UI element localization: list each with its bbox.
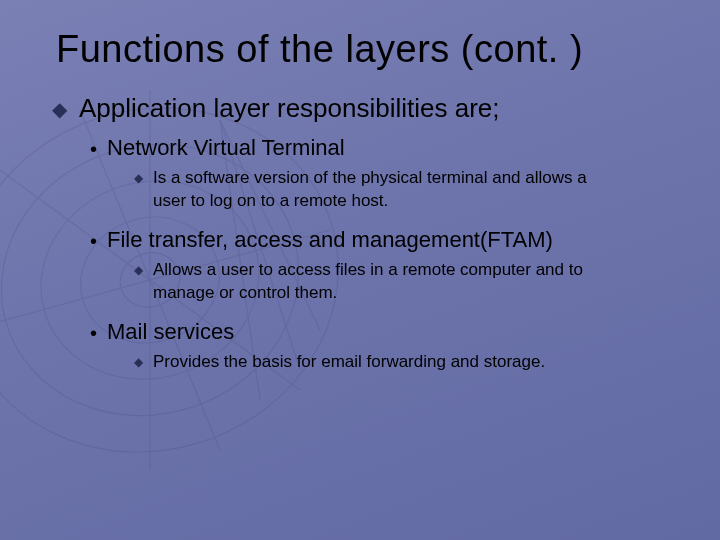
level3-text: Provides the basis for email forwarding … [153,351,545,374]
dot-bullet-icon: • [90,319,97,347]
bullet-level3: ◆ Is a software version of the physical … [134,167,624,213]
dot-bullet-icon: • [90,227,97,255]
slide-content: ◆ Application layer responsibilities are… [0,79,720,374]
dot-bullet-icon: • [90,135,97,163]
slide: Functions of the layers (cont. ) ◆ Appli… [0,0,720,540]
level3-text: Allows a user to access files in a remot… [153,259,624,305]
bullet-level2: • Mail services [90,319,672,347]
level2-text: File transfer, access and management(FTA… [107,227,553,253]
small-diamond-icon: ◆ [134,167,143,189]
bullet-level2: • Network Virtual Terminal [90,135,672,163]
slide-title: Functions of the layers (cont. ) [0,0,720,79]
bullet-level2: • File transfer, access and management(F… [90,227,672,255]
small-diamond-icon: ◆ [134,351,143,373]
bullet-level3: ◆ Allows a user to access files in a rem… [134,259,624,305]
small-diamond-icon: ◆ [134,259,143,281]
level2-text: Network Virtual Terminal [107,135,345,161]
diamond-bullet-icon: ◆ [52,93,67,125]
bullet-level3: ◆ Provides the basis for email forwardin… [134,351,624,374]
level1-text: Application layer responsibilities are; [79,93,500,124]
level3-text: Is a software version of the physical te… [153,167,624,213]
bullet-level1: ◆ Application layer responsibilities are… [48,93,672,125]
level2-text: Mail services [107,319,234,345]
